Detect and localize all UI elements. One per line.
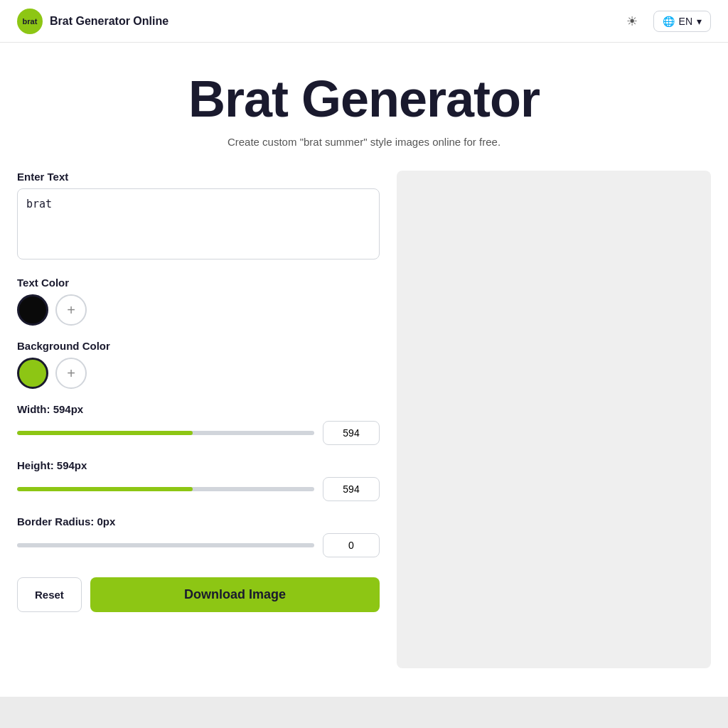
text-color-label: Text Color — [17, 277, 380, 289]
sun-icon: ☀ — [626, 14, 638, 29]
translate-icon: 🌐 — [663, 16, 675, 27]
site-title: Brat Generator Online — [50, 15, 168, 28]
button-row: Reset Download Image — [17, 577, 380, 612]
page-subtitle: Create custom "brat summer" style images… — [17, 136, 711, 148]
main-content: Brat Generator Create custom "brat summe… — [0, 43, 728, 697]
text-label: Enter Text — [17, 171, 380, 183]
header-right: ☀ 🌐 EN ▾ — [619, 9, 711, 34]
width-slider-container — [17, 431, 314, 435]
bg-color-swatch[interactable] — [17, 358, 48, 389]
height-label: Height: 594px — [17, 459, 380, 471]
border-section: Border Radius: 0px 0 — [17, 515, 380, 557]
bg-color-label: Background Color — [17, 340, 380, 352]
chevron-down-icon: ▾ — [697, 16, 702, 27]
bg-color-row: + — [17, 358, 380, 389]
footer-bar — [0, 697, 728, 728]
header-left: brat Brat Generator Online — [17, 9, 168, 34]
height-slider-container — [17, 487, 314, 491]
left-panel: Enter Text brat Text Color + Background … — [17, 171, 380, 668]
width-section: Width: 594px 594 — [17, 403, 380, 445]
reset-button[interactable]: Reset — [17, 577, 82, 612]
text-input[interactable]: brat — [17, 188, 380, 259]
language-selector[interactable]: 🌐 EN ▾ — [653, 11, 711, 32]
text-color-swatch[interactable] — [17, 294, 48, 326]
width-slider-row: 594 — [17, 421, 380, 445]
lang-label: EN — [679, 16, 692, 27]
theme-toggle-button[interactable]: ☀ — [619, 9, 645, 34]
bg-color-section: Background Color + — [17, 340, 380, 389]
text-field-section: Enter Text brat — [17, 171, 380, 262]
border-slider-row: 0 — [17, 533, 380, 557]
border-number-input[interactable]: 0 — [323, 533, 380, 557]
height-section: Height: 594px 594 — [17, 459, 380, 501]
text-color-row: + — [17, 294, 380, 326]
height-slider-row: 594 — [17, 477, 380, 501]
page-title: Brat Generator — [17, 71, 711, 127]
add-bg-color-button[interactable]: + — [55, 358, 87, 389]
border-slider-container — [17, 543, 314, 547]
preview-panel — [397, 171, 711, 668]
height-number-input[interactable]: 594 — [323, 477, 380, 501]
logo-icon: brat — [17, 9, 43, 34]
download-button[interactable]: Download Image — [90, 577, 380, 612]
add-text-color-button[interactable]: + — [55, 294, 87, 326]
width-number-input[interactable]: 594 — [323, 421, 380, 445]
width-label: Width: 594px — [17, 403, 380, 415]
border-label: Border Radius: 0px — [17, 515, 380, 528]
text-color-section: Text Color + — [17, 277, 380, 326]
header: brat Brat Generator Online ☀ 🌐 EN ▾ — [0, 0, 728, 43]
content-grid: Enter Text brat Text Color + Background … — [17, 171, 711, 668]
